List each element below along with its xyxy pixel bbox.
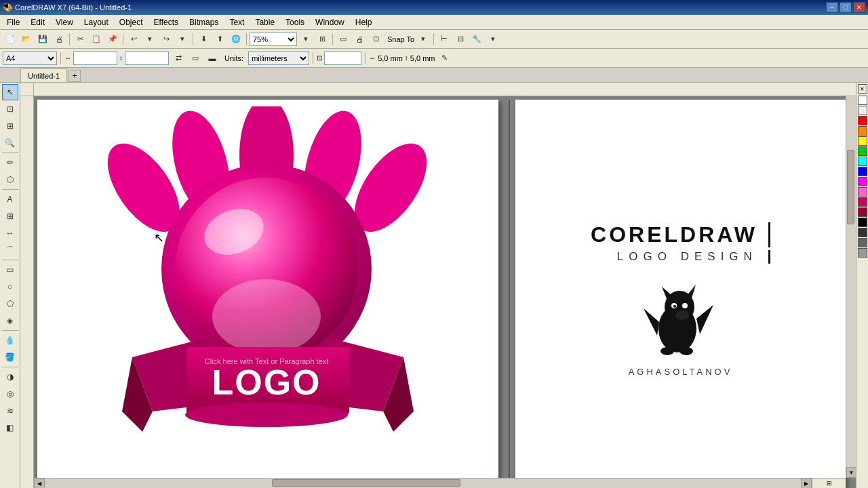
menu-edit[interactable]: Edit [25, 16, 50, 28]
color-swatch-black[interactable] [858, 218, 867, 227]
color-swatch-orange[interactable] [858, 126, 867, 136]
menu-help[interactable]: Help [350, 16, 378, 28]
undo-button[interactable]: ↩ [126, 32, 141, 47]
align-left-button[interactable]: ⊢ [437, 32, 452, 47]
text-tool[interactable]: A [2, 191, 18, 207]
smear-tool[interactable]: ≋ [2, 403, 18, 419]
menu-table[interactable]: Table [250, 16, 280, 28]
zoom-tool[interactable]: 🔍 [2, 135, 18, 151]
color-swatch-cyan[interactable] [858, 157, 867, 166]
color-swatch-blue[interactable] [858, 167, 867, 176]
menu-text[interactable]: Text [224, 16, 250, 28]
connector-tool[interactable]: ⌒ [2, 242, 18, 258]
align-center-button[interactable]: ⊟ [453, 32, 468, 47]
freehand-tool[interactable]: ✏ [2, 155, 18, 171]
redo-arrow[interactable]: ▾ [175, 32, 190, 47]
height-input[interactable]: 297,0 mm [125, 52, 169, 65]
menu-view[interactable]: View [50, 16, 79, 28]
no-fill-swatch[interactable]: ✕ [858, 84, 867, 94]
selector-tool[interactable]: ↖ [2, 84, 18, 100]
horizontal-scrollbar[interactable]: ◀ ▶ ⊞ [34, 478, 846, 488]
polygon-tool[interactable]: ⬠ [2, 296, 18, 312]
maximize-button[interactable]: □ [840, 2, 852, 13]
publish-button[interactable]: 🌐 [229, 32, 243, 47]
export-button[interactable]: ⬆ [212, 32, 227, 47]
page-size-select[interactable]: A4 [3, 52, 57, 65]
menu-effects[interactable]: Effects [149, 16, 184, 28]
color-swatch-medgray[interactable] [858, 248, 867, 258]
color-swatch-pink[interactable] [858, 187, 867, 197]
save-button[interactable]: 💾 [35, 32, 50, 47]
canvas-scroll-area[interactable]: /* rendered below */ ↖ [20, 83, 856, 488]
crop-tool[interactable]: ⊞ [2, 118, 18, 134]
color-swatch-white[interactable] [858, 96, 867, 105]
color-swatch-red[interactable] [858, 116, 867, 125]
snap-dropdown[interactable]: ▾ [416, 32, 431, 47]
new-tab-button[interactable]: + [68, 70, 81, 82]
zoom-select[interactable]: 75% [250, 33, 297, 46]
fullscreen-button[interactable]: ⊞ [315, 32, 330, 47]
node-tool[interactable]: ⊡ [2, 101, 18, 117]
hscroll-thumb[interactable] [272, 479, 461, 487]
landscape-button[interactable]: ▬ [205, 51, 220, 66]
blend-tool[interactable]: ◑ [2, 369, 18, 385]
smartfill-tool[interactable]: ⬡ [2, 171, 18, 188]
hscroll-left[interactable]: ◀ [34, 479, 45, 489]
menu-file[interactable]: File [1, 16, 25, 28]
basicshapes-tool[interactable]: ◈ [2, 312, 18, 329]
copy-button[interactable]: 📋 [89, 32, 104, 47]
fill-tool[interactable]: 🪣 [2, 349, 18, 365]
options-button[interactable]: 🔧 [469, 32, 484, 47]
color-swatch-green[interactable] [858, 146, 867, 156]
portrait-button[interactable]: ▭ [188, 51, 203, 66]
width-input[interactable]: 210,0 mm [73, 52, 117, 65]
menu-bitmaps[interactable]: Bitmaps [184, 16, 224, 28]
open-button[interactable]: 📂 [19, 32, 34, 47]
vertical-scrollbar[interactable]: ▲ ▼ [846, 83, 856, 478]
menu-object[interactable]: Object [114, 16, 149, 28]
table-tool[interactable]: ⊞ [2, 208, 18, 224]
options-dropdown[interactable]: ▾ [486, 32, 500, 47]
dimension-tool[interactable]: ↔ [2, 225, 18, 241]
menu-layout[interactable]: Layout [79, 16, 114, 28]
color-swatch-darkred[interactable] [858, 207, 867, 217]
new-button[interactable]: 📄 [3, 32, 18, 47]
menu-window[interactable]: Window [310, 16, 350, 28]
color-swatch-yellow[interactable] [858, 136, 867, 146]
redo-button[interactable]: ↪ [159, 32, 174, 47]
ruler-corner [20, 83, 34, 96]
close-button[interactable]: ✕ [853, 2, 865, 13]
rectangle-tool[interactable]: ▭ [2, 262, 18, 278]
minimize-button[interactable]: ─ [826, 2, 838, 13]
transparency-tool[interactable]: ◎ [2, 386, 18, 402]
view-frame-button[interactable]: ▭ [336, 32, 351, 47]
doc-tab-label: Untitled-1 [28, 72, 60, 80]
color-swatch-gray[interactable] [858, 238, 867, 247]
vscroll-down[interactable]: ▼ [846, 467, 856, 478]
tab-arrow-left[interactable]: ◀ [3, 1, 8, 9]
color-swatch-darkpink[interactable] [858, 197, 867, 207]
shadow-tool[interactable]: ◧ [2, 420, 18, 436]
paste-button[interactable]: 📌 [105, 32, 120, 47]
cut-button[interactable]: ✂ [73, 32, 87, 47]
print-button[interactable]: 🖨 [52, 32, 66, 47]
import-button[interactable]: ⬇ [196, 32, 211, 47]
eyedropper-tool[interactable]: 💧 [2, 332, 18, 348]
logo-svg[interactable]: LOGO Click here with Text or Paragraph t… [98, 106, 437, 479]
view-pixel-button[interactable]: ⊡ [368, 32, 383, 47]
swap-dimensions[interactable]: ⇄ [171, 51, 186, 66]
menu-tools[interactable]: Tools [280, 16, 310, 28]
color-swatch-lightgray[interactable] [858, 106, 867, 115]
color-swatch-darkgray[interactable] [858, 228, 867, 237]
zoom-dropdown[interactable]: ▾ [298, 32, 313, 47]
color-swatch-magenta[interactable] [858, 177, 867, 186]
hscroll-right[interactable]: ▶ [801, 479, 812, 489]
ellipse-tool[interactable]: ○ [2, 279, 18, 295]
view-print-button[interactable]: 🖨 [352, 32, 367, 47]
units-select[interactable]: millimeters [248, 52, 309, 65]
document-tab[interactable]: Untitled-1 [20, 68, 67, 82]
vscroll-thumb[interactable] [847, 150, 854, 224]
edit-page-button[interactable]: ✎ [437, 51, 452, 66]
nudge-input[interactable]: 0,1 mm [324, 52, 361, 65]
undo-arrow[interactable]: ▾ [142, 32, 157, 47]
